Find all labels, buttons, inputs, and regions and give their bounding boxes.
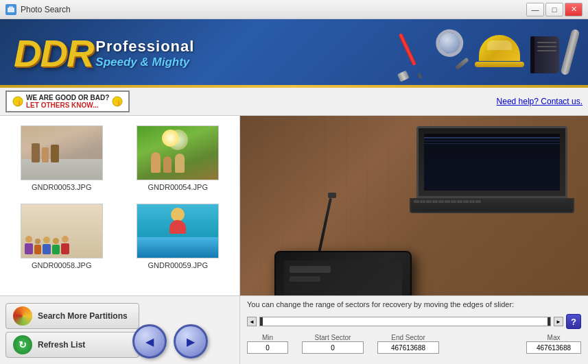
forward-button[interactable]: ▶ <box>174 324 208 359</box>
thumb-icon: 👍 <box>12 96 23 107</box>
refresh-icon: ↻ <box>13 335 32 354</box>
slider-label: You can change the range of sectors for … <box>247 300 581 308</box>
player-controls: ◀ ▶ <box>132 324 234 359</box>
thumbnail-item[interactable]: GNDR00059.JPG <box>124 201 233 272</box>
minimize-button[interactable]: — <box>526 3 544 16</box>
book-icon <box>530 36 559 73</box>
min-field-group: Min <box>247 334 288 354</box>
thumbnail-label: GNDR00054.JPG <box>148 183 208 191</box>
magnifier-icon <box>431 27 475 77</box>
main-content: 👍 WE ARE GOOD OR BAD? LET OTHERS KNOW...… <box>0 88 588 364</box>
svg-text:👍: 👍 <box>14 98 23 106</box>
thumbnail-item[interactable]: GNDR00058.JPG <box>7 201 117 272</box>
title-bar: Photo Search — □ ✕ <box>0 0 588 19</box>
let-others-know-text: LET OTHERS KNOW... <box>26 101 109 109</box>
close-button[interactable]: ✕ <box>565 3 583 16</box>
back-button[interactable]: ◀ <box>132 324 167 359</box>
refresh-list-button[interactable]: ↻ Refresh List <box>5 332 139 358</box>
we-are-good-button[interactable]: 👍 WE ARE GOOD OR BAD? LET OTHERS KNOW...… <box>5 90 130 112</box>
wrench-icon <box>560 29 580 76</box>
forward-icon: ▶ <box>187 335 195 348</box>
max-label: Max <box>548 334 561 341</box>
app-icon <box>5 4 16 15</box>
hardhat-icon <box>479 35 524 73</box>
screwdriver-icon <box>385 27 436 85</box>
refresh-list-label: Refresh List <box>38 340 85 350</box>
svg-rect-1 <box>9 6 13 8</box>
logo-tagline: Speedy & Mighty <box>95 56 194 69</box>
max-field-group: Max <box>526 334 581 354</box>
min-input[interactable] <box>247 341 288 354</box>
end-sector-label: End Sector <box>391 334 425 341</box>
top-bar: 👍 WE ARE GOOD OR BAD? LET OTHERS KNOW...… <box>0 88 588 116</box>
end-sector-input[interactable] <box>377 341 439 354</box>
slider-handle-left[interactable] <box>260 317 263 326</box>
bottom-section: Search More Partitions ↻ Refresh List ◀ … <box>0 295 588 364</box>
window-title: Photo Search <box>21 5 526 14</box>
back-icon: ◀ <box>145 335 154 348</box>
end-sector-group: End Sector <box>377 334 439 354</box>
thumbnail-label: GNDR00058.JPG <box>32 261 91 269</box>
slider-track[interactable] <box>259 317 551 326</box>
slider-handle-right[interactable] <box>548 317 550 326</box>
logo-professional: Professional <box>95 38 194 56</box>
header-icons <box>393 25 574 80</box>
search-partitions-button[interactable]: Search More Partitions <box>5 303 139 329</box>
thumb2-icon: 👍 <box>112 96 123 107</box>
thumbnail-item[interactable]: GNDR00054.JPG <box>124 123 233 194</box>
help-contact-link[interactable]: Need help? Contact us. <box>497 97 583 106</box>
laptop <box>416 126 574 222</box>
logo-right: Professional Speedy & Mighty <box>95 38 194 69</box>
thumbnail-item[interactable]: GNDR00053.JPG <box>7 123 117 194</box>
logo-ddr: DDR <box>14 34 93 73</box>
window-controls: — □ ✕ <box>526 3 583 16</box>
start-sector-label: Start Sector <box>315 334 351 341</box>
slider-row: ◄ ► ? <box>247 314 581 329</box>
maximize-button[interactable]: □ <box>545 3 563 16</box>
start-sector-input[interactable] <box>302 341 364 354</box>
usb-connector <box>328 193 336 198</box>
start-sector-group: Start Sector <box>302 334 364 354</box>
header-banner: DDR Professional Speedy & Mighty <box>0 19 588 88</box>
svg-text:👍: 👍 <box>114 98 122 106</box>
help-button[interactable]: ? <box>566 314 581 329</box>
thumbnail-image <box>137 125 219 180</box>
pie-chart-icon <box>13 306 32 326</box>
thumbnail-image <box>137 204 219 258</box>
we-are-good-text: WE ARE GOOD OR BAD? <box>26 94 109 101</box>
search-partitions-label: Search More Partitions <box>38 311 128 321</box>
thumbnail-label: GNDR00053.JPG <box>32 183 91 191</box>
thumbnail-label: GNDR00059.JPG <box>148 261 208 269</box>
thumbnail-image <box>21 125 103 180</box>
sector-fields-row: Min Start Sector End Sector Max <box>247 334 581 354</box>
min-label: Min <box>262 334 273 341</box>
max-input[interactable] <box>526 341 581 354</box>
svg-rect-0 <box>8 8 14 12</box>
bottom-left-zone: Search More Partitions ↻ Refresh List ◀ … <box>0 296 240 364</box>
thumbnail-image <box>21 204 103 258</box>
slider-right-button[interactable]: ► <box>554 317 563 326</box>
bottom-right-zone: You can change the range of sectors for … <box>240 296 588 364</box>
slider-left-button[interactable]: ◄ <box>247 317 257 326</box>
